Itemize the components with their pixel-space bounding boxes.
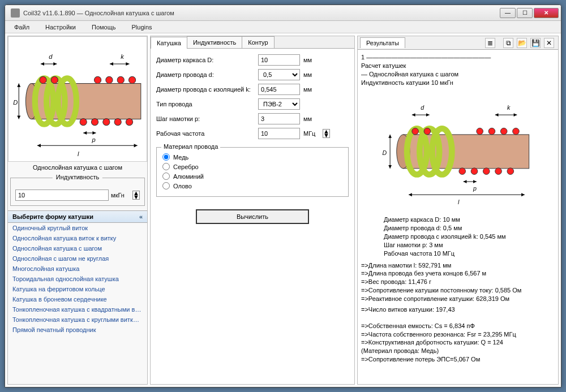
label-p: Шаг намотки p: — [156, 115, 258, 122]
diagram-caption: Однослойная катушка с шагом — [8, 162, 147, 173]
list-item[interactable]: Однослойная катушка с шагом — [8, 243, 147, 253]
svg-text:k: k — [121, 53, 125, 60]
svg-point-10 — [128, 76, 135, 83]
svg-text:D: D — [383, 149, 387, 156]
tab-coil[interactable]: Катушка — [151, 37, 187, 49]
svg-text:k: k — [507, 105, 511, 111]
tab-inductance[interactable]: Индуктивность — [187, 36, 242, 48]
menu-settings[interactable]: Настройки — [45, 24, 76, 31]
titlebar: Coil32 v11.6.1.890 — Однослойная катушка… — [5, 5, 561, 21]
input-D[interactable] — [258, 54, 300, 66]
svg-point-13 — [103, 119, 110, 126]
svg-point-14 — [114, 119, 121, 126]
radio-tin[interactable]: Олово — [162, 181, 342, 191]
svg-point-38 — [471, 168, 478, 175]
save-icon[interactable]: 💾 — [530, 38, 541, 48]
list-item[interactable]: Катушка на ферритовом кольце — [8, 284, 147, 294]
menubar: Файл Настройки Помощь Plugins — [5, 21, 561, 33]
svg-point-15 — [126, 119, 132, 126]
svg-point-6 — [51, 76, 58, 83]
input-d[interactable]: 0,5 — [258, 69, 300, 80]
inductance-group: Индуктивность мкГн ▲▼ — [10, 178, 145, 206]
svg-point-35 — [500, 128, 507, 135]
list-item[interactable]: Катушка в броневом сердечнике — [8, 294, 147, 304]
inductance-stepper[interactable]: ▲▼ — [132, 191, 140, 200]
svg-point-37 — [459, 168, 466, 175]
list-item[interactable]: Тонкопленочная катушка с круглыми виткам… — [8, 315, 147, 325]
inductance-legend: Индуктивность — [53, 174, 102, 180]
svg-text:d: d — [49, 53, 53, 60]
svg-text:p: p — [91, 136, 95, 143]
list-item[interactable]: Тороидальная однослойная катушка — [8, 274, 147, 284]
list-item[interactable]: Прямой печатный проводник — [8, 325, 147, 335]
toolbar-icon[interactable]: ≣ — [485, 38, 495, 48]
svg-text:l: l — [458, 199, 460, 205]
label-wiretype: Тип провода — [156, 101, 258, 107]
label-k: Диаметр провода с изоляцией k: — [156, 86, 258, 93]
svg-point-36 — [513, 128, 520, 135]
list-item[interactable]: Многослойная катушка — [8, 264, 147, 274]
svg-point-39 — [483, 168, 490, 175]
chevron-up-icon: « — [139, 213, 143, 220]
results-diagram: d k D p l — [376, 90, 540, 209]
svg-point-12 — [91, 119, 98, 126]
svg-text:D: D — [13, 99, 18, 106]
svg-point-31 — [412, 128, 419, 135]
open-icon[interactable]: 📂 — [517, 38, 527, 48]
maximize-button[interactable]: ☐ — [517, 8, 533, 18]
app-window: Coil32 v11.6.1.890 — Однослойная катушка… — [5, 5, 561, 387]
radio-copper[interactable]: Медь — [162, 152, 342, 162]
form-panel: Катушка Индуктивность Контур Диаметр кар… — [150, 36, 355, 385]
list-item[interactable]: Тонкопленочная катушка с квадратными вит… — [8, 304, 147, 315]
label-d: Диаметр провода d: — [156, 71, 258, 78]
menu-help[interactable]: Помощь — [92, 24, 116, 31]
svg-point-7 — [94, 76, 101, 83]
svg-point-32 — [424, 128, 431, 135]
minimize-button[interactable]: — — [500, 8, 516, 18]
svg-text:l: l — [78, 150, 79, 157]
coil-type-list: Одиночный круглый виток Однослойная кату… — [8, 223, 147, 384]
svg-text:p: p — [473, 185, 477, 192]
close-button[interactable]: ✕ — [534, 8, 559, 18]
svg-point-33 — [477, 128, 483, 135]
tab-circuit[interactable]: Контур — [242, 36, 274, 48]
select-wiretype[interactable]: ПЭВ-2 — [258, 98, 300, 110]
menu-plugins[interactable]: Plugins — [131, 24, 152, 31]
svg-point-9 — [117, 76, 124, 83]
list-item[interactable]: Одиночный круглый виток — [8, 223, 147, 233]
results-panel: Результаты ≣ ⧉ 📂 💾 ✕ 1 —————————————————… — [357, 36, 559, 385]
results-tab[interactable]: Результаты — [360, 37, 405, 48]
app-icon — [11, 8, 20, 18]
copy-icon[interactable]: ⧉ — [503, 38, 513, 48]
coil-diagram: d k D p l — [8, 36, 147, 162]
label-freq: Рабочая частота — [156, 130, 258, 137]
radio-aluminum[interactable]: Алюминий — [162, 171, 342, 181]
results-body: 1 ———————————————————— Расчет катушек — … — [358, 50, 558, 384]
inductance-unit: мкГн — [111, 192, 130, 199]
svg-point-5 — [40, 76, 46, 83]
list-item[interactable]: Однослойная катушка виток к витку — [8, 233, 147, 243]
clear-icon[interactable]: ✕ — [544, 38, 554, 48]
material-group: Материал провода Медь Серебро Алюминий О… — [156, 147, 349, 197]
input-p[interactable] — [258, 113, 300, 124]
menu-file[interactable]: Файл — [14, 24, 29, 31]
svg-point-40 — [495, 168, 502, 175]
list-item[interactable]: Однослойная с шагом не круглая — [8, 253, 147, 264]
input-k[interactable] — [258, 84, 300, 95]
left-panel: d k D p l Однослойная катушка с шагом Ин… — [7, 36, 148, 385]
svg-point-34 — [488, 128, 495, 135]
results-header: Результаты ≣ ⧉ 📂 💾 ✕ — [358, 36, 558, 50]
svg-text:d: d — [421, 105, 424, 111]
svg-point-8 — [106, 76, 113, 83]
window-title: Coil32 v11.6.1.890 — Однослойная катушка… — [23, 10, 499, 16]
input-freq[interactable] — [258, 128, 300, 139]
freq-stepper[interactable]: ▲▼ — [323, 129, 330, 138]
tabs: Катушка Индуктивность Контур — [151, 36, 354, 49]
svg-point-11 — [80, 119, 87, 126]
radio-silver[interactable]: Серебро — [162, 162, 342, 171]
coil-select-header[interactable]: Выберите форму катушки « — [8, 210, 147, 223]
calculate-button[interactable]: Вычислить — [196, 209, 309, 224]
svg-point-41 — [507, 168, 514, 175]
inductance-input[interactable] — [15, 189, 109, 201]
label-D: Диаметр каркаса D: — [156, 57, 258, 63]
